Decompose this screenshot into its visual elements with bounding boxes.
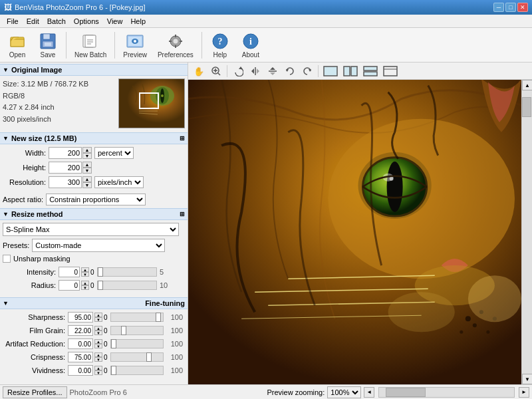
width-input[interactable] xyxy=(49,147,82,159)
film-grain-down[interactable]: ▼ xyxy=(94,331,102,335)
method-select[interactable]: S-Spline Max S-Spline Bicubic xyxy=(3,223,179,236)
minimize-button[interactable]: ─ xyxy=(493,3,504,12)
vividness-spinners: ▲ ▼ xyxy=(94,366,102,375)
resize-expand-icon[interactable]: ⊞ xyxy=(180,211,185,217)
resolution-input[interactable] xyxy=(49,176,82,188)
scroll-track[interactable] xyxy=(522,90,532,374)
new-batch-label: New Batch xyxy=(74,51,106,59)
fine-tuning-header: ▼ Fine-tuning xyxy=(0,297,188,309)
vividness-down[interactable]: ▼ xyxy=(94,370,102,375)
height-input[interactable] xyxy=(49,162,82,174)
film-grain-slider[interactable] xyxy=(110,326,164,335)
height-spin-down[interactable]: ▼ xyxy=(82,168,92,174)
h-scroll-left-button[interactable]: ◄ xyxy=(364,387,374,398)
crispness-slider[interactable] xyxy=(110,352,164,362)
svg-text:i: i xyxy=(249,37,252,47)
radius-input[interactable] xyxy=(59,280,80,291)
scroll-down-button[interactable]: ▼ xyxy=(522,374,532,384)
flip-v-tool[interactable] xyxy=(265,64,281,78)
resolution-unit-select[interactable]: pixels/inch pixels/cm xyxy=(94,176,144,188)
h-scroll-thumb[interactable] xyxy=(386,388,426,397)
vividness-up[interactable]: ▲ xyxy=(94,366,102,370)
preferences-button[interactable]: Preferences xyxy=(153,29,198,61)
sharpness-slider[interactable] xyxy=(110,313,164,322)
toolbar-sep-1 xyxy=(66,32,66,59)
help-button[interactable]: ? Help xyxy=(205,29,235,61)
new-batch-button[interactable]: New Batch xyxy=(70,29,111,61)
aspect-select[interactable]: Constrain proportions Stretch xyxy=(46,194,146,205)
radius-up[interactable]: ▲ xyxy=(81,281,89,285)
zoom-select[interactable]: 100% 50% 200% Fit xyxy=(327,386,361,398)
menu-help[interactable]: Help xyxy=(126,16,150,27)
undo-tool[interactable] xyxy=(282,64,298,78)
intensity-slider[interactable] xyxy=(97,267,157,277)
flip-h-tool[interactable] xyxy=(247,64,263,78)
collapse-arrow-orig[interactable]: ▼ xyxy=(3,66,9,73)
h-scroll-right-button[interactable]: ► xyxy=(519,387,529,398)
svg-point-73 xyxy=(468,275,521,322)
intensity-down[interactable]: ▼ xyxy=(81,272,89,277)
dual-view-tool[interactable] xyxy=(361,64,380,78)
presets-select[interactable]: Custom-made Default Sharper xyxy=(32,239,165,252)
svg-rect-50 xyxy=(364,66,377,70)
maximize-button[interactable]: □ xyxy=(505,3,516,12)
artifact-slider[interactable] xyxy=(110,339,164,348)
radius-label: Radius: xyxy=(16,281,56,289)
width-spinners: ▲ ▼ xyxy=(82,147,92,159)
film-grain-input[interactable] xyxy=(68,325,93,336)
menu-edit[interactable]: Edit xyxy=(23,16,43,27)
menu-batch[interactable]: Batch xyxy=(43,16,70,27)
save-button[interactable]: Save xyxy=(33,29,63,61)
intensity-row: Intensity: ▲ ▼ 0 5 xyxy=(3,267,185,277)
menu-options[interactable]: Options xyxy=(70,16,103,27)
sharpness-up[interactable]: ▲ xyxy=(94,313,102,317)
height-spin-up[interactable]: ▲ xyxy=(82,162,92,168)
fullscreen-tool[interactable] xyxy=(381,64,400,78)
collapse-arrow-ft[interactable]: ▼ xyxy=(3,300,9,307)
resize-profiles-button[interactable]: Resize Profiles... xyxy=(3,386,67,398)
rotate-cw-tool[interactable] xyxy=(230,64,246,78)
scroll-up-button[interactable]: ▲ xyxy=(522,80,532,90)
film-grain-up[interactable]: ▲ xyxy=(94,326,102,331)
sharpness-down[interactable]: ▼ xyxy=(94,317,102,322)
close-button[interactable]: ✕ xyxy=(517,3,528,12)
intensity-input[interactable] xyxy=(59,267,80,277)
pan-tool[interactable]: ✋ xyxy=(191,64,207,78)
width-unit-select[interactable]: percent pixels inches xyxy=(94,147,134,159)
open-button[interactable]: Open xyxy=(3,29,32,61)
artifact-down[interactable]: ▼ xyxy=(94,344,102,348)
width-spin-down[interactable]: ▼ xyxy=(82,153,92,159)
crispness-input[interactable] xyxy=(68,352,93,362)
split-view-tool[interactable] xyxy=(341,64,360,78)
radius-down[interactable]: ▼ xyxy=(81,285,89,290)
artifact-input[interactable] xyxy=(68,338,93,349)
vividness-row: Vividness: ▲ ▼ 0 100 xyxy=(3,365,185,376)
menu-view[interactable]: View xyxy=(103,16,127,27)
single-view-tool[interactable] xyxy=(321,64,340,78)
intensity-up[interactable]: ▲ xyxy=(81,267,89,272)
radius-slider[interactable] xyxy=(97,281,157,290)
resize-method-section: S-Spline Max S-Spline Bicubic Presets: C… xyxy=(0,220,188,296)
zoom-tool[interactable] xyxy=(208,64,224,78)
vividness-slider[interactable] xyxy=(110,366,164,375)
intensity-spinners: ▲ ▼ xyxy=(81,267,89,277)
about-button[interactable]: i About xyxy=(236,29,265,61)
sharpness-input[interactable] xyxy=(68,312,93,323)
redo-tool[interactable] xyxy=(299,64,315,78)
new-size-expand-icon[interactable]: ⊞ xyxy=(180,135,185,142)
crispness-up[interactable]: ▲ xyxy=(94,352,102,357)
preview-button[interactable]: Preview xyxy=(118,29,152,61)
width-spin-up[interactable]: ▲ xyxy=(82,147,92,153)
menu-file[interactable]: File xyxy=(3,16,23,27)
res-spin-up[interactable]: ▲ xyxy=(82,176,92,182)
vertical-scrollbar[interactable]: ▲ ▼ xyxy=(521,80,532,384)
collapse-arrow-newsize[interactable]: ▼ xyxy=(3,135,9,142)
scroll-thumb[interactable] xyxy=(522,97,531,117)
unsharp-checkbox[interactable] xyxy=(3,255,11,263)
res-spin-down[interactable]: ▼ xyxy=(82,182,92,188)
vividness-input[interactable] xyxy=(68,365,93,376)
artifact-up[interactable]: ▲ xyxy=(94,339,102,344)
horizontal-scrollbar[interactable] xyxy=(378,387,515,398)
collapse-arrow-resize[interactable]: ▼ xyxy=(3,211,9,217)
crispness-down[interactable]: ▼ xyxy=(94,357,102,362)
